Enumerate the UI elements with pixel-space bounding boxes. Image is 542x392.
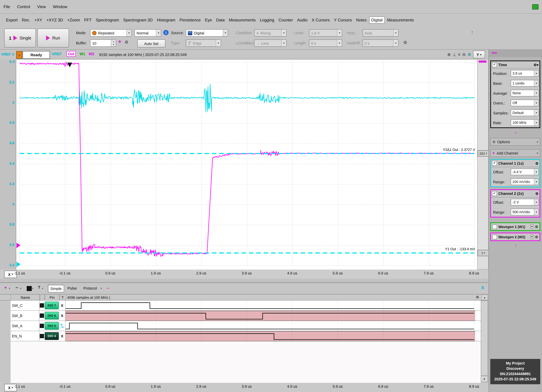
checkbox-checked-icon[interactable]: ✓ <box>492 62 497 67</box>
buffer-spinner[interactable]: 10 ▴▾ <box>90 39 116 47</box>
tab-audio-15[interactable]: Audio <box>295 17 309 23</box>
tab-eye-10[interactable]: Eye <box>203 17 214 23</box>
tab-fft-5[interactable]: FFT <box>82 17 93 23</box>
signal-color-icon[interactable] <box>40 334 44 338</box>
single-button[interactable]: 1 Single <box>4 28 36 48</box>
signal-color-icon[interactable] <box>40 314 44 318</box>
signal-color-icon[interactable] <box>40 303 44 308</box>
tab-xyz-3d-3[interactable]: +XYZ 3D <box>45 17 65 23</box>
wavegen1-row[interactable]: Wavegen 1 (W1) ▾ ⚙ <box>490 222 540 231</box>
tab-notes-18[interactable]: Notes <box>354 17 368 23</box>
waveform-area[interactable] <box>65 301 475 311</box>
tab-digital-19[interactable]: Digital <box>369 16 385 24</box>
checkbox-icon[interactable] <box>492 235 497 239</box>
mode-select[interactable]: Repeated ▾ <box>90 29 132 37</box>
waveform-area[interactable] <box>65 321 475 331</box>
column-name[interactable]: Name <box>11 295 40 300</box>
spinner-arrows-icon[interactable]: ▴▾ <box>111 40 116 46</box>
gear-icon[interactable]: ⚙ <box>535 161 538 165</box>
menu-item-control[interactable]: Control <box>17 5 30 9</box>
remove-signal-icon[interactable]: − <box>16 285 18 290</box>
tab-counter-14[interactable]: Counter <box>277 17 295 23</box>
source-select[interactable]: Digital ▾ <box>186 29 228 37</box>
scrollbar-thumb[interactable] <box>479 60 486 63</box>
condition-select[interactable]: ▲ Rising ▾ <box>254 29 287 37</box>
holdoff-select[interactable]: 0 s ▾ <box>363 39 398 47</box>
time-value-5[interactable]: 100 MHz▾ <box>511 119 539 126</box>
checkbox-checked-icon[interactable]: ✓ <box>492 161 497 166</box>
tab-spectrogram-6[interactable]: Spectrogram <box>94 17 121 23</box>
length-select[interactable]: 0 s ▾ <box>309 39 342 47</box>
trigger-menu[interactable]: T <box>38 285 40 289</box>
channel-tab-w2[interactable]: W2 <box>89 52 94 56</box>
zoom-out-icon[interactable]: ⊖ <box>462 52 466 57</box>
level-select[interactable]: 1.8 V ▾ <box>309 29 342 37</box>
channel-tab-w1[interactable]: W1 <box>80 52 85 56</box>
bus-icon[interactable] <box>27 286 32 291</box>
time-value-2[interactable]: None▾ <box>511 90 539 97</box>
tab-x-cursors-16[interactable]: X Cursors <box>310 17 331 23</box>
gear-icon[interactable]: ⚙ <box>476 295 479 299</box>
sidebar-collapse-bar[interactable] <box>489 49 542 57</box>
gear-icon[interactable]: ⚙ <box>467 52 471 57</box>
menu-item-view[interactable]: View <box>37 5 46 9</box>
y-axis-button[interactable]: Y ▾ <box>473 51 485 59</box>
tab-measurements-20[interactable]: Measurements <box>385 17 416 23</box>
channel2-offset-marker[interactable] <box>16 243 20 248</box>
scroll-up-button[interactable]: ▴ <box>482 295 488 300</box>
gear-icon[interactable]: ⚙▾ <box>534 63 538 67</box>
chevron-down-icon[interactable]: ▾ <box>530 235 534 239</box>
time-value-4[interactable]: Default▾ <box>511 109 539 116</box>
gear-icon[interactable]: ⚙ <box>403 40 407 45</box>
close-logic-icon[interactable]: X <box>481 285 484 290</box>
zoom-in-icon[interactable]: ⊕ <box>447 52 451 57</box>
channel-tab-out[interactable]: Out <box>67 51 76 57</box>
tab-measurements-12[interactable]: Measurements <box>227 17 258 23</box>
x-cursor-icon[interactable]: ⊥ <box>452 52 456 57</box>
y-cursor-icon[interactable]: ≡ <box>458 52 461 57</box>
column-pin[interactable]: Pin <box>44 295 60 300</box>
hyst-select[interactable]: Auto ▾ <box>363 29 398 37</box>
run-button[interactable]: Run <box>37 28 69 48</box>
trigger-cell[interactable]: X <box>59 331 65 341</box>
trigger-cell[interactable]: X <box>59 311 65 321</box>
tab-logging-13[interactable]: Logging <box>258 17 276 23</box>
column-trigger[interactable]: T <box>59 295 66 300</box>
menu-item-file[interactable]: File <box>4 5 10 9</box>
tab-export-0[interactable]: Export <box>4 17 20 23</box>
info-icon[interactable]: i <box>163 30 169 35</box>
cursor-tag-y2[interactable]: 2Δ1 ▾ <box>478 150 489 157</box>
scroll-down-button[interactable]: ▾ <box>481 376 488 382</box>
collapse-icon[interactable] <box>492 52 497 54</box>
type-select[interactable]: Edge ▾ <box>186 39 221 47</box>
collapse-button[interactable]: › <box>16 51 22 59</box>
trigger-cell[interactable] <box>59 321 65 331</box>
gear-icon[interactable]: ⚙ <box>535 235 538 239</box>
tab-persistence-9[interactable]: Persistence <box>178 17 202 23</box>
time-value-0[interactable]: 3.9 us▾ <box>511 70 539 77</box>
time-value-1[interactable]: 1 us/div▾ <box>511 80 539 86</box>
checkbox-icon[interactable] <box>492 224 497 229</box>
simple-mode-button[interactable]: Simple <box>48 285 64 292</box>
tab-histogram-8[interactable]: Histogram <box>155 17 177 23</box>
waveform-area[interactable] <box>65 311 475 321</box>
channel-tab-vref[interactable]: VREF <box>52 52 62 56</box>
cursor-tag-y1[interactable]: 1 ▾ <box>478 250 489 256</box>
wavegen2-row[interactable]: Wavegen 2 (W2) ▾ ⚙ <box>490 233 540 241</box>
tab-xy-2[interactable]: +XY <box>33 17 44 23</box>
tab-rec-1[interactable]: Rec. <box>20 17 32 23</box>
gear-icon[interactable]: ⚙ <box>535 225 538 229</box>
channel1-offset-marker[interactable] <box>16 262 20 267</box>
channel1-value-0[interactable]: -4.4 V▾ <box>511 169 539 175</box>
tab-zoom-4[interactable]: +Zoom <box>65 17 82 23</box>
lcondition-select[interactable]: → Less ▾ <box>254 39 287 47</box>
options-row[interactable]: ⚙ Options ▾ <box>490 138 540 146</box>
channel1-value-1[interactable]: 200 mV/div▾ <box>511 178 539 185</box>
protocol-mode-button[interactable]: Protocol <box>80 285 100 292</box>
gear-icon[interactable]: ⚙ <box>535 192 538 195</box>
channel2-value-0[interactable]: -2 V▾ <box>511 199 539 205</box>
time-value-3[interactable]: Off▾ <box>511 100 539 106</box>
add-channel-row[interactable]: + Add Channel ▾ <box>490 149 540 157</box>
trigger-mode-select[interactable]: Normal ▾ <box>135 29 161 37</box>
tab-y-cursors-17[interactable]: Y Cursors <box>332 17 354 23</box>
